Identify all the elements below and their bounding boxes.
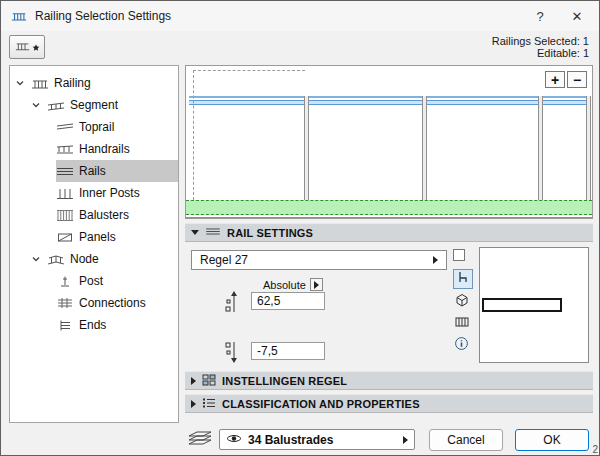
rail-rule-value: Regel 27 — [200, 253, 248, 267]
tree-item-handrails[interactable]: Handrails — [56, 138, 178, 160]
preview-post — [422, 96, 427, 200]
list-icon — [202, 397, 216, 411]
layers-icon — [187, 433, 213, 450]
segment-icon — [47, 99, 65, 112]
tree-item-label: Panels — [79, 230, 116, 244]
rail-rule-dropdown[interactable]: Regel 27 — [191, 250, 447, 270]
rail-cross-section — [482, 298, 562, 312]
ends-icon — [56, 319, 74, 332]
tree-item-label: Node — [70, 252, 99, 266]
offset-dimension-icon — [223, 339, 245, 369]
title-bar: Railing Selection Settings ? ✕ — [1, 1, 599, 31]
tree-item-balusters[interactable]: Balusters — [56, 204, 178, 226]
absolute-flyout[interactable]: Absolute — [263, 278, 323, 291]
tree-item-label: Ends — [79, 318, 106, 332]
zoom-in-button[interactable]: + — [545, 71, 565, 88]
tree-item-label: Post — [79, 274, 103, 288]
preview-selected-rail-green — [186, 200, 592, 215]
close-button[interactable]: ✕ — [557, 1, 597, 31]
tree-item-label: Rails — [79, 164, 106, 178]
expand-arrow-icon — [191, 400, 196, 408]
info-button[interactable] — [453, 337, 469, 353]
tree-item-post[interactable]: Post — [56, 270, 178, 292]
info-icon — [454, 336, 469, 355]
node-icon — [47, 253, 65, 266]
favorites-button[interactable] — [9, 35, 45, 59]
symbol-view-button[interactable] — [453, 269, 473, 289]
preview-base-line — [186, 217, 592, 218]
cancel-button[interactable]: Cancel — [429, 429, 503, 451]
rail-height-field[interactable] — [251, 292, 325, 310]
flyout-arrow-icon — [433, 256, 438, 264]
tree-item-inner-posts[interactable]: Inner Posts — [56, 182, 178, 204]
window-title: Railing Selection Settings — [35, 9, 171, 23]
pen-set-button[interactable] — [187, 430, 213, 451]
rail-offset-field[interactable] — [251, 342, 325, 360]
tree-item-label: Balusters — [79, 208, 129, 222]
layer-value: 34 Balustrades — [248, 433, 333, 447]
preview-post — [538, 96, 543, 200]
tree-item-label: Connections — [79, 296, 146, 310]
connections-icon — [56, 297, 74, 310]
tree-item-label: Handrails — [79, 142, 130, 156]
component-tree: Railing Segment Toprail Handrails Rails … — [9, 65, 179, 423]
tree-item-ends[interactable]: Ends — [56, 314, 178, 336]
eye-icon — [226, 433, 242, 447]
rail-profile-preview[interactable] — [479, 247, 589, 363]
handrails-icon — [56, 143, 74, 156]
detach-preview-button[interactable] — [453, 249, 465, 261]
railings-selected-info: Railings Selected: 1 — [492, 35, 589, 47]
section-view-button[interactable] — [453, 315, 471, 333]
chair-icon — [456, 270, 470, 288]
railing-app-icon — [11, 9, 27, 23]
inner-posts-icon — [56, 187, 74, 200]
tree-item-label: Toprail — [79, 120, 114, 134]
layer-dropdown[interactable]: 34 Balustrades — [219, 429, 415, 450]
flyout-arrow-icon — [314, 281, 319, 289]
tree-item-label: Railing — [54, 76, 91, 90]
tree-item-railing[interactable]: Railing — [14, 72, 178, 94]
favorites-star-icon — [32, 38, 40, 56]
absolute-flyout-button[interactable] — [310, 278, 323, 291]
zoom-out-button[interactable]: − — [567, 71, 587, 88]
help-button[interactable]: ? — [523, 1, 557, 31]
cube-icon — [454, 292, 470, 312]
rails-icon — [56, 165, 74, 178]
editable-info: Editable: 1 — [537, 47, 589, 59]
section-title: INSTELLINGEN REGEL — [222, 375, 347, 387]
panels-icon — [56, 231, 74, 244]
preview-post — [586, 96, 591, 200]
3d-view-button[interactable] — [453, 293, 471, 311]
section-title: CLASSIFICATION AND PROPERTIES — [222, 398, 420, 410]
railing-icon — [31, 77, 49, 90]
tree-item-node[interactable]: Node — [30, 248, 178, 270]
collapse-arrow-icon — [191, 230, 199, 235]
section-title: RAIL SETTINGS — [227, 227, 313, 239]
railing-settings-dialog: Railing Selection Settings ? ✕ Railings … — [0, 0, 600, 456]
railing-preview-pane[interactable]: + − — [185, 65, 593, 219]
absolute-label: Absolute — [263, 279, 306, 291]
hatch-icon — [454, 315, 470, 333]
preview-selected-segment-outline — [193, 70, 305, 200]
tree-item-label: Segment — [70, 98, 118, 112]
tree-item-toprail[interactable]: Toprail — [56, 116, 178, 138]
favorites-railing-icon — [15, 38, 30, 56]
flyout-arrow-icon — [403, 436, 408, 444]
grid-icon — [202, 374, 216, 388]
tree-item-rails[interactable]: Rails — [56, 160, 178, 182]
stray-artifact: 2 — [592, 444, 598, 455]
chevron-down-icon[interactable] — [14, 78, 26, 88]
chevron-down-icon[interactable] — [30, 100, 42, 110]
rail-settings-icon — [205, 226, 221, 239]
tree-item-label: Inner Posts — [79, 186, 140, 200]
tree-item-segment[interactable]: Segment — [30, 94, 178, 116]
height-dimension-icon — [223, 289, 245, 319]
section-classification-properties[interactable]: CLASSIFICATION AND PROPERTIES — [185, 394, 593, 413]
tree-item-connections[interactable]: Connections — [56, 292, 178, 314]
balusters-icon — [56, 209, 74, 222]
tree-item-panels[interactable]: Panels — [56, 226, 178, 248]
section-instellingen-regel[interactable]: INSTELLINGEN REGEL — [185, 371, 593, 390]
chevron-down-icon[interactable] — [30, 254, 42, 264]
section-rail-settings[interactable]: RAIL SETTINGS — [185, 223, 593, 242]
ok-button[interactable]: OK — [515, 429, 589, 451]
